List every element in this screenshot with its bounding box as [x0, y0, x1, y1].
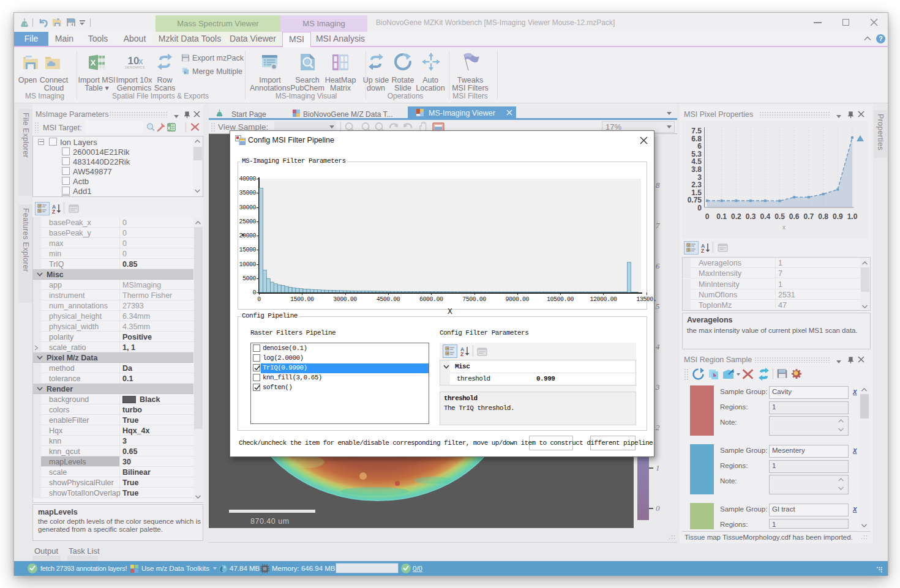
svg-text:+: + [446, 351, 448, 355]
svg-text:+: + [39, 204, 40, 208]
svg-text:Z: Z [52, 209, 55, 214]
svg-text:x: x [167, 125, 170, 131]
svg-text:Z: Z [701, 248, 704, 253]
svg-text:+: + [688, 243, 689, 247]
svg-text:+: + [446, 346, 448, 351]
svg-text:GENOMICS: GENOMICS [125, 65, 144, 69]
svg-text:X: X [91, 58, 96, 67]
svg-text:+: + [39, 209, 40, 213]
svg-text:x: x [138, 56, 143, 66]
svg-text:+: + [688, 248, 689, 252]
svg-text:Z: Z [460, 351, 463, 357]
